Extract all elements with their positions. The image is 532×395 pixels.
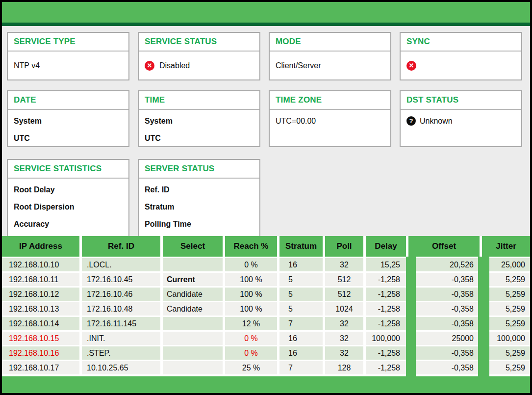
table-cell: 100 % bbox=[225, 302, 277, 316]
table-cell: 20,526 bbox=[408, 258, 480, 271]
table-cell: 0 % bbox=[225, 258, 277, 271]
table-cell: 100 % bbox=[225, 288, 277, 301]
card-server-status: SERVER STATUS Ref. ID Stratum Polling Ti… bbox=[138, 159, 260, 236]
table-cell bbox=[163, 361, 223, 374]
table-row: 192.168.10.12172.16.10.46Candidate100 %5… bbox=[2, 288, 530, 301]
table-cell: 25 % bbox=[225, 361, 277, 374]
ntp-status-page: SERVICE TYPE NTP v4 SERVICE STATUS ✕ Dis… bbox=[0, 0, 532, 395]
table-cell: 512 bbox=[325, 273, 363, 286]
table-cell: 5 bbox=[279, 302, 323, 316]
table-cell: -1,258 bbox=[366, 288, 406, 301]
table-cell: 15,25 bbox=[366, 258, 406, 271]
table-row: 192.168.10.10.LOCL.0 %163215,2520,52625,… bbox=[2, 258, 530, 271]
table-cell: 5 bbox=[279, 273, 323, 286]
table-cell: 512 bbox=[325, 288, 363, 301]
table-cell bbox=[163, 346, 223, 360]
column-divider bbox=[406, 257, 416, 376]
date-line: System bbox=[14, 112, 123, 130]
table-cell: 172.16.11.145 bbox=[82, 317, 160, 330]
table-cell: .INIT. bbox=[82, 332, 160, 345]
table-cell: 100 % bbox=[225, 273, 277, 286]
top-banner-accent bbox=[2, 23, 530, 26]
table-row: 192.168.10.15.INIT.0 %1632100,0002500010… bbox=[2, 332, 530, 345]
error-icon: ✕ bbox=[145, 61, 154, 71]
card-sync: SYNC ✕ bbox=[400, 32, 522, 80]
column-header: Stratum bbox=[279, 236, 323, 257]
status-cards: SERVICE TYPE NTP v4 SERVICE STATUS ✕ Dis… bbox=[2, 26, 530, 236]
table-cell bbox=[163, 332, 223, 345]
table-cell: .STEP. bbox=[82, 346, 160, 360]
table-cell bbox=[163, 317, 223, 330]
table-row: 192.168.10.11172.16.10.45Current100 %551… bbox=[2, 273, 530, 286]
table-cell: 192.168.10.15 bbox=[2, 332, 79, 345]
table-cell: 16 bbox=[279, 346, 323, 360]
table-cell: Candidate bbox=[163, 302, 223, 316]
table-cell: 10.10.25.65 bbox=[82, 361, 160, 374]
table-cell: 192.168.10.13 bbox=[2, 302, 79, 316]
statistic-line: Root Dispersion bbox=[14, 198, 123, 215]
table-cell: 32 bbox=[325, 332, 363, 345]
table-cell: 100,000 bbox=[366, 332, 406, 345]
table-cell: -0,358 bbox=[408, 302, 480, 316]
column-divider bbox=[478, 257, 489, 376]
table-cell: -0,358 bbox=[408, 273, 480, 286]
time-zone-value: UTC=00.00 bbox=[276, 112, 384, 130]
table-body: 192.168.10.10.LOCL.0 %163215,2520,52625,… bbox=[2, 258, 530, 374]
server-status-line: Polling Time bbox=[145, 215, 253, 233]
table-cell: Candidate bbox=[163, 288, 223, 301]
clipped-cards-row: SERVICE STATISTICS Root Delay Root Dispe… bbox=[7, 159, 522, 236]
card-title: SERVICE TYPE bbox=[8, 33, 128, 52]
service-status-value: Disabled bbox=[159, 61, 190, 70]
card-service-type: SERVICE TYPE NTP v4 bbox=[7, 32, 129, 80]
table-row: 192.168.10.1710.10.25.6525 %7128-1,258-0… bbox=[2, 361, 530, 374]
card-title: TIME bbox=[139, 91, 259, 110]
table-cell: 32 bbox=[325, 258, 363, 271]
card-service-statistics: SERVICE STATISTICS Root Delay Root Dispe… bbox=[7, 159, 129, 236]
column-header: Reach % bbox=[225, 236, 277, 257]
table-cell: 7 bbox=[279, 317, 323, 330]
table-cell: -1,258 bbox=[366, 346, 406, 360]
table-cell: .LOCL. bbox=[82, 258, 160, 271]
card-service-status: SERVICE STATUS ✕ Disabled bbox=[138, 32, 260, 80]
table-cell: 172.16.10.46 bbox=[82, 288, 160, 301]
table-cell: 192.168.10.12 bbox=[2, 288, 79, 301]
server-status-line: Ref. ID bbox=[145, 181, 253, 198]
card-title: SERVER STATUS bbox=[139, 160, 259, 179]
statistic-line: Accuracy bbox=[14, 215, 123, 233]
table-cell: 25000 bbox=[408, 332, 480, 345]
table-cell: 192.168.10.11 bbox=[2, 273, 79, 286]
table-cell: 0 % bbox=[225, 346, 277, 360]
table-cell: 192.168.10.17 bbox=[2, 361, 79, 374]
table-row: 192.168.10.16.STEP.0 %1632-1,258-0,3585,… bbox=[2, 346, 530, 360]
mode-value: Client/Server bbox=[276, 61, 321, 70]
column-header: Select bbox=[163, 236, 223, 257]
table-cell: 7 bbox=[279, 361, 323, 374]
table-cell: 16 bbox=[279, 258, 323, 271]
table-row: 192.168.10.13172.16.10.48Candidate100 %5… bbox=[2, 302, 530, 316]
table-cell: 32 bbox=[325, 317, 363, 330]
table-cell: -1,258 bbox=[366, 273, 406, 286]
column-header: Offset bbox=[408, 236, 480, 257]
table-cell: -0,358 bbox=[408, 361, 480, 374]
table-cell: Current bbox=[163, 273, 223, 286]
column-header: Ref. ID bbox=[82, 236, 160, 257]
table-cell: -0,358 bbox=[408, 288, 480, 301]
table-cell: -1,258 bbox=[366, 317, 406, 330]
server-status-line: Stratum bbox=[145, 198, 253, 215]
card-title: DATE bbox=[8, 91, 128, 110]
card-date: DATE System UTC bbox=[7, 90, 129, 147]
table-header-row: IP AddressRef. IDSelectReach %StratumPol… bbox=[2, 236, 530, 257]
bottom-banner bbox=[2, 376, 530, 393]
card-dst-status: DST STATUS ? Unknown bbox=[400, 90, 522, 147]
table-cell: 192.168.10.16 bbox=[2, 346, 79, 360]
error-icon: ✕ bbox=[406, 61, 416, 71]
card-title: MODE bbox=[270, 33, 390, 52]
table-cell: -0,358 bbox=[408, 317, 480, 330]
time-line: UTC bbox=[145, 130, 253, 147]
table-cell: 12 % bbox=[225, 317, 277, 330]
column-header: Poll bbox=[325, 236, 363, 257]
table-cell: 16 bbox=[279, 332, 323, 345]
table-cell: 172.16.10.45 bbox=[82, 273, 160, 286]
statistic-line: Root Delay bbox=[14, 181, 123, 198]
table-cell: -1,258 bbox=[366, 302, 406, 316]
